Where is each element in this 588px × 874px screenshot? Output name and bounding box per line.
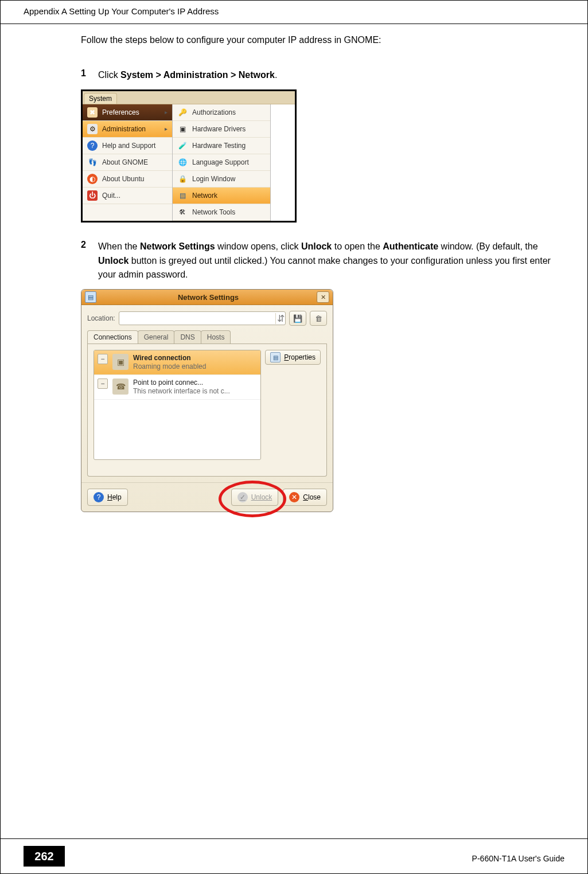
unlock-icon: ✓	[237, 492, 248, 502]
menu-item-help[interactable]: ? Help and Support	[83, 138, 172, 154]
tab-dns[interactable]: DNS	[174, 330, 201, 344]
menu-item-about-ubuntu[interactable]: ◐ About Ubuntu	[83, 171, 172, 188]
connection-text: Wired connection Roaming mode enabled	[133, 354, 206, 371]
trash-icon: 🗑	[315, 314, 322, 323]
combo-arrows-icon: ⇵	[275, 313, 285, 324]
menu-item-label: Preferences	[102, 108, 139, 116]
connection-title: Wired connection	[133, 354, 206, 362]
close-icon: ✕	[289, 492, 299, 502]
page-footer: 262 P-660N-T1A User's Guide	[1, 838, 587, 873]
step-text: When the Network Settings window opens, …	[98, 240, 553, 282]
connection-text: Point to point connec... This network in…	[133, 379, 230, 396]
menu-item-label: Help and Support	[102, 142, 155, 150]
menu-item-label: Language Support	[192, 158, 249, 166]
menu-system-button[interactable]: System	[84, 93, 117, 104]
button-row: ? Help ✓ Unlock ✕ Close	[81, 482, 333, 512]
b: Unlock	[301, 241, 332, 251]
properties-button[interactable]: ▤ Properties	[265, 350, 321, 365]
label-rest: roperties	[289, 353, 316, 361]
t: to open the	[332, 241, 383, 251]
page-number: 262	[24, 846, 65, 867]
b: Unlock	[98, 256, 128, 266]
unlock-label: Unlock	[251, 493, 272, 501]
label-rest: elp	[112, 493, 122, 501]
menu-item-network-tools[interactable]: 🛠 Network Tools	[173, 204, 270, 221]
menu-item-language-support[interactable]: 🌐 Language Support	[173, 154, 270, 171]
menu-item-label: Hardware Testing	[192, 142, 246, 150]
save-location-button[interactable]: 💾	[289, 311, 306, 326]
menu-item-quit[interactable]: ⏻ Quit...	[83, 188, 172, 204]
delete-location-button[interactable]: 🗑	[310, 311, 327, 326]
key-icon: 🔑	[177, 107, 188, 118]
collapse-toggle[interactable]: −	[98, 379, 108, 389]
unlock-area: ✓ Unlock ✕ Close	[231, 489, 327, 506]
connection-title: Point to point connec...	[133, 379, 230, 387]
figure-network-settings: ▤ Network Settings ✕ Location: ⇵ 💾 🗑 Con…	[81, 289, 333, 512]
close-window-button[interactable]: ✕	[317, 291, 329, 303]
tab-general[interactable]: General	[138, 330, 175, 344]
unlock-button[interactable]: ✓ Unlock	[231, 489, 279, 506]
connection-item-ppp[interactable]: − ☎ Point to point connec... This networ…	[94, 375, 260, 400]
titlebar: ▤ Network Settings ✕	[81, 290, 333, 305]
location-combo[interactable]: ⇵	[119, 311, 286, 325]
ethernet-icon: ▣	[112, 354, 128, 370]
location-row: Location: ⇵ 💾 🗑	[87, 311, 327, 326]
menu-columns: ✖ Preferences ▸ ⚙ Administration ▸ ? Hel…	[83, 104, 295, 221]
window-title: Network Settings	[100, 293, 317, 302]
network-tools-icon: 🛠	[177, 207, 188, 217]
menu-item-label: Hardware Drivers	[192, 125, 246, 133]
step-number: 2	[81, 240, 98, 250]
chevron-right-icon: ▸	[165, 126, 168, 132]
guide-name: P-660N-T1A User's Guide	[472, 854, 564, 863]
step1-bold: System > Administration > Network	[120, 70, 275, 80]
menu-item-authorizations[interactable]: 🔑 Authorizations	[173, 104, 270, 121]
step-text: Click System > Administration > Network.	[98, 68, 277, 83]
intro-text: Follow the steps below to configure your…	[81, 35, 553, 45]
menu-item-network[interactable]: ▤ Network	[173, 188, 270, 204]
connection-item-wired[interactable]: − ▣ Wired connection Roaming mode enable…	[94, 350, 260, 375]
tab-connections[interactable]: Connections	[87, 330, 138, 344]
menu-item-label: Network Tools	[192, 208, 235, 216]
menu-item-hardware-testing[interactable]: 🧪 Hardware Testing	[173, 138, 270, 154]
floppy-icon: 💾	[293, 314, 302, 323]
menu-item-login-window[interactable]: 🔒 Login Window	[173, 171, 270, 188]
menubar: System	[83, 91, 295, 104]
chip-icon: ▣	[177, 124, 188, 134]
page-header: Appendix A Setting Up Your Computer's IP…	[1, 1, 587, 24]
step1-pre: Click	[98, 70, 120, 80]
menu-system-dropdown: ✖ Preferences ▸ ⚙ Administration ▸ ? Hel…	[83, 104, 173, 221]
modem-icon: ☎	[112, 379, 128, 395]
appendix-title: Appendix A Setting Up Your Computer's IP…	[24, 6, 219, 16]
menu-item-label: Network	[192, 192, 217, 200]
menu-item-about-gnome[interactable]: 👣 About GNOME	[83, 154, 172, 171]
help-icon: ?	[87, 141, 98, 151]
menu-item-preferences[interactable]: ✖ Preferences ▸	[83, 104, 172, 121]
menu-item-administration[interactable]: ⚙ Administration ▸	[83, 121, 172, 138]
menu-item-label: Administration	[102, 125, 146, 133]
help-icon: ?	[94, 492, 104, 502]
menu-item-label: About Ubuntu	[102, 175, 144, 183]
connections-list[interactable]: − ▣ Wired connection Roaming mode enable…	[94, 350, 261, 460]
label-rest: lose	[308, 493, 321, 501]
menu-administration-submenu: 🔑 Authorizations ▣ Hardware Drivers 🧪 Ha…	[173, 104, 271, 221]
tab-hosts[interactable]: Hosts	[201, 330, 231, 344]
step-number: 1	[81, 68, 98, 79]
language-icon: 🌐	[177, 157, 188, 167]
preferences-icon: ✖	[87, 107, 98, 118]
menu-item-hardware-drivers[interactable]: ▣ Hardware Drivers	[173, 121, 270, 138]
step-1: 1 Click System > Administration > Networ…	[81, 68, 553, 83]
ubuntu-icon: ◐	[87, 174, 98, 184]
window-body: Location: ⇵ 💾 🗑 Connections General DNS …	[81, 305, 333, 482]
connection-subtitle: This network interface is not c...	[133, 387, 230, 396]
chevron-right-icon: ▸	[165, 109, 168, 115]
collapse-toggle[interactable]: −	[98, 354, 108, 364]
network-icon: ▤	[177, 190, 188, 201]
t: button is greyed out until clicked.) You…	[98, 256, 551, 280]
test-icon: 🧪	[177, 141, 188, 151]
close-button[interactable]: ✕ Close	[283, 489, 327, 506]
b: Network Settings	[140, 241, 215, 251]
step1-post: .	[275, 70, 277, 80]
menu-item-label: Authorizations	[192, 108, 236, 116]
page: Appendix A Setting Up Your Computer's IP…	[0, 0, 588, 874]
help-button[interactable]: ? Help	[87, 489, 128, 506]
